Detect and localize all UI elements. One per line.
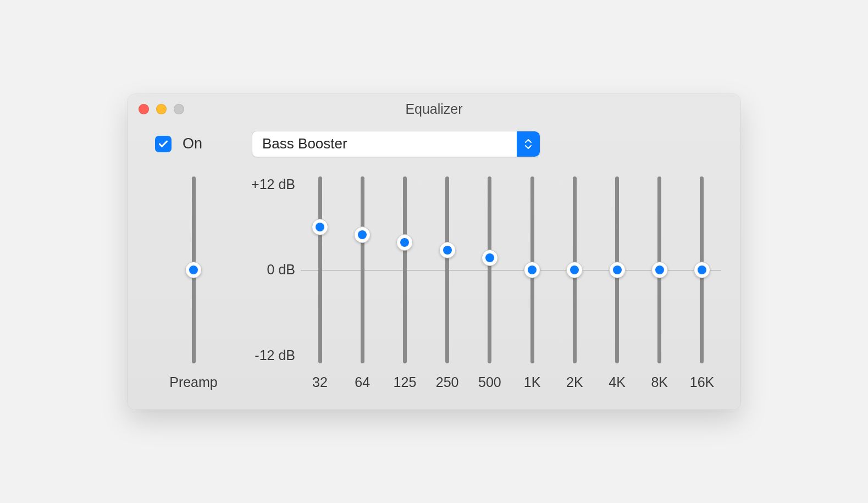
slider-track — [488, 176, 491, 363]
slider-thumb[interactable] — [482, 250, 498, 266]
preset-select[interactable]: Bass Booster — [252, 131, 540, 157]
db-mid-label: 0 dB — [267, 262, 295, 278]
slider-track — [445, 176, 449, 363]
band-sliders-row — [301, 176, 721, 363]
on-label: On — [183, 135, 202, 152]
slider-thumb[interactable] — [651, 262, 668, 278]
chevron-up-icon — [524, 139, 532, 143]
window-title: Equalizer — [128, 101, 740, 117]
slider-thumb[interactable] — [396, 234, 413, 251]
band-sliders-column: 32641252505001K2K4K8K16K — [301, 176, 721, 390]
slider-thumb[interactable] — [312, 219, 328, 235]
close-button[interactable] — [139, 104, 149, 114]
db-min-label: -12 dB — [255, 347, 295, 363]
slider-track — [403, 176, 407, 363]
freq-label-125: 125 — [396, 374, 413, 390]
slider-track — [361, 176, 364, 363]
equalizer-window: Equalizer On Bass Booster Preamp + — [128, 94, 740, 410]
slider-thumb[interactable] — [694, 262, 710, 278]
band-slider-125[interactable] — [396, 176, 413, 363]
band-slider-8K[interactable] — [651, 176, 668, 363]
slider-thumb[interactable] — [439, 242, 456, 258]
freq-label-32: 32 — [312, 374, 328, 390]
checkmark-icon — [158, 139, 169, 150]
preset-stepper[interactable] — [517, 131, 540, 157]
slider-thumb[interactable] — [524, 262, 540, 278]
freq-label-64: 64 — [354, 374, 371, 390]
frequency-labels-row: 32641252505001K2K4K8K16K — [301, 363, 721, 390]
chevron-down-icon — [524, 145, 532, 150]
slider-thumb[interactable] — [354, 226, 371, 243]
preset-selected-label: Bass Booster — [262, 135, 347, 152]
band-slider-16K[interactable] — [694, 176, 710, 363]
traffic-lights — [139, 104, 184, 114]
eq-area: Preamp +12 dB 0 dB -12 dB 32641252505001… — [128, 163, 740, 390]
freq-label-4K: 4K — [609, 374, 626, 390]
band-slider-250[interactable] — [439, 176, 456, 363]
slider-thumb[interactable] — [185, 262, 202, 278]
freq-label-16K: 16K — [694, 374, 710, 390]
band-slider-64[interactable] — [354, 176, 371, 363]
slider-track — [318, 176, 322, 363]
freq-label-1K: 1K — [524, 374, 540, 390]
band-slider-4K[interactable] — [609, 176, 626, 363]
freq-label-2K: 2K — [566, 374, 583, 390]
freq-label-8K: 8K — [651, 374, 668, 390]
db-max-label: +12 dB — [251, 176, 295, 192]
preamp-slider[interactable] — [185, 176, 202, 363]
controls-row: On Bass Booster — [128, 120, 740, 163]
slider-thumb[interactable] — [566, 262, 583, 278]
freq-label-250: 250 — [439, 374, 456, 390]
band-slider-1K[interactable] — [524, 176, 540, 363]
band-slider-32[interactable] — [312, 176, 328, 363]
on-checkbox[interactable] — [155, 136, 172, 152]
maximize-button[interactable] — [174, 104, 184, 114]
preamp-label: Preamp — [169, 363, 218, 390]
freq-label-500: 500 — [482, 374, 498, 390]
slider-thumb[interactable] — [609, 262, 626, 278]
band-slider-500[interactable] — [482, 176, 498, 363]
band-slider-2K[interactable] — [566, 176, 583, 363]
db-scale-labels: +12 dB 0 dB -12 dB — [235, 176, 301, 363]
titlebar: Equalizer — [128, 94, 740, 120]
minimize-button[interactable] — [156, 104, 167, 114]
preamp-column: Preamp — [152, 176, 235, 390]
